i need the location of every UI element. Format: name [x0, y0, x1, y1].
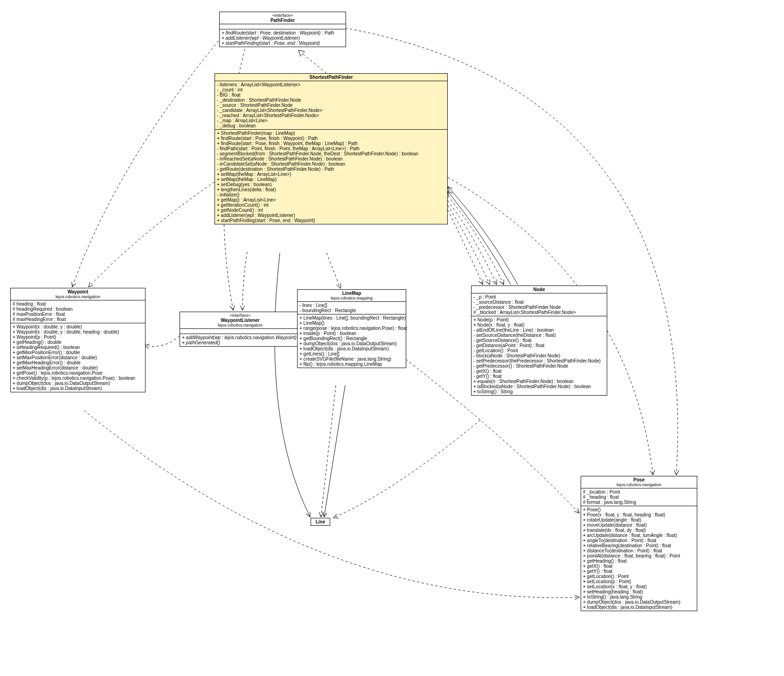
class-name: Waypoint	[13, 289, 143, 294]
package: lejos.robotics.mapping	[299, 296, 404, 300]
class-line: Line	[311, 518, 330, 526]
class-name: LineMap	[299, 291, 404, 296]
package: lejos.robotics.navigation	[182, 323, 298, 328]
class-pathfinder: «interface» PathFinder + findRoute(start…	[219, 12, 346, 47]
stereotype: «interface»	[182, 313, 298, 318]
class-waypoint: Waypoint lejos.robotics.navigation # hea…	[10, 288, 146, 392]
methods: + ShortestPathFinder(map : LineMap) + fi…	[215, 130, 447, 224]
attributes: # heading : float # headingRequired : bo…	[11, 300, 145, 323]
package: lejos.robotics.navigation	[13, 294, 143, 299]
package: lejos.robotics.navigation	[583, 482, 695, 487]
class-name: Line	[313, 519, 328, 524]
class-node: Node - _p : Point - _sourceDistance : fl…	[471, 286, 607, 396]
class-name: PathFinder	[222, 18, 344, 23]
class-linemap: LineMap lejos.robotics.mapping - lines :…	[297, 289, 406, 368]
methods: + Pose() + Pose(x : float, y : float, he…	[581, 506, 697, 611]
methods: + Node(p : Point) + Node(x : float, y : …	[472, 316, 607, 395]
stereotype: «interface»	[222, 13, 344, 18]
attributes: - lines : Line[] - boundingRect : Rectan…	[298, 302, 406, 314]
members: + addWaypoint(wp : lejos.robotics.naviga…	[180, 334, 300, 346]
class-name: ShortestPathFinder	[217, 75, 445, 80]
class-waypointlistener: «interface» WaypointListener lejos.robot…	[180, 312, 301, 347]
class-name: WaypointListener	[182, 318, 298, 323]
attributes: - _p : Point - _sourceDistance : float -…	[472, 293, 607, 316]
class-name: Node	[473, 287, 605, 292]
attributes: # _location : Point # _heading : float #…	[581, 488, 697, 506]
class-pose: Pose lejos.robotics.navigation # _locati…	[581, 476, 697, 611]
attributes: - listeners : ArrayList<WaypointListener…	[215, 81, 447, 130]
members: + findRoute(start : Pose, destination : …	[220, 29, 346, 47]
methods: + LineMap(lines : Line[], boundingRect :…	[298, 314, 406, 368]
class-name: Pose	[583, 477, 695, 482]
class-shortestpathfinder: ShortestPathFinder - listeners : ArrayLi…	[215, 73, 448, 224]
methods: + Waypoint(x : double, y : double) + Way…	[11, 323, 145, 392]
